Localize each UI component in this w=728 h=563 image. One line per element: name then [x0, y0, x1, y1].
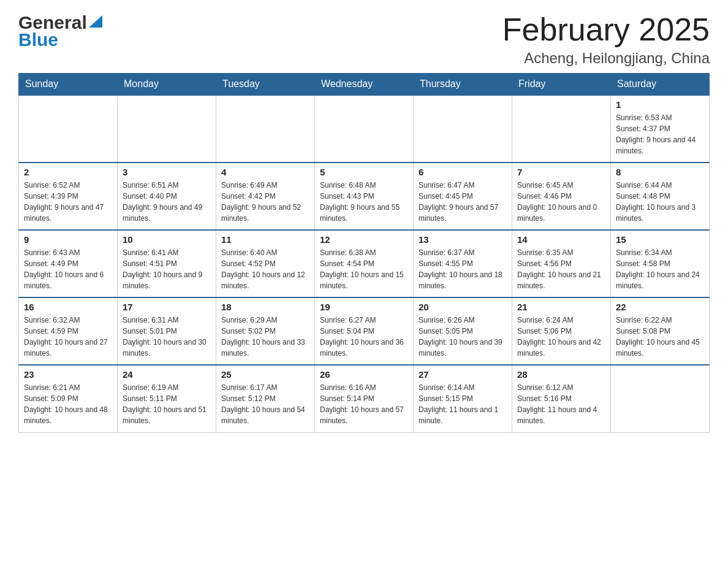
day-number: 4 — [221, 167, 309, 177]
logo: General Blue — [18, 12, 102, 50]
header-saturday: Saturday — [611, 74, 710, 96]
day-info-text: Sunset: 5:15 PM — [419, 393, 507, 404]
day-number: 1 — [616, 99, 704, 110]
day-info-text: Sunset: 4:37 PM — [616, 123, 704, 134]
day-number: 10 — [123, 234, 211, 245]
week-row-4: 16Sunrise: 6:32 AMSunset: 4:59 PMDayligh… — [19, 297, 710, 365]
calendar-cell: 27Sunrise: 6:14 AMSunset: 5:15 PMDayligh… — [414, 365, 512, 432]
day-number: 7 — [517, 167, 605, 177]
calendar-cell: 13Sunrise: 6:37 AMSunset: 4:55 PMDayligh… — [414, 230, 512, 297]
day-info-text: Sunset: 5:02 PM — [221, 326, 309, 337]
day-info-text: Sunrise: 6:27 AM — [320, 315, 408, 326]
day-info-text: Sunrise: 6:14 AM — [419, 382, 507, 393]
logo-blue-text: Blue — [18, 29, 58, 50]
day-info-text: Sunset: 5:08 PM — [616, 326, 704, 337]
page-header: General Blue February 2025 Acheng, Heilo… — [18, 12, 710, 67]
day-info-text: Daylight: 10 hours and 0 minutes. — [517, 202, 605, 224]
day-info-text: Daylight: 10 hours and 45 minutes. — [616, 337, 704, 359]
day-info-text: Sunset: 5:01 PM — [123, 326, 211, 337]
calendar-cell: 6Sunrise: 6:47 AMSunset: 4:45 PMDaylight… — [414, 163, 512, 230]
day-number: 20 — [419, 302, 507, 312]
header-friday: Friday — [512, 74, 611, 96]
calendar-cell — [19, 95, 118, 163]
day-info-text: Sunrise: 6:35 AM — [517, 247, 605, 258]
day-number: 28 — [517, 369, 605, 380]
day-info-text: Sunset: 4:58 PM — [616, 258, 704, 269]
day-info-text: Sunrise: 6:24 AM — [517, 315, 605, 326]
day-info-text: Sunset: 4:52 PM — [221, 258, 309, 269]
day-info-text: Sunrise: 6:34 AM — [616, 247, 704, 258]
day-info-text: Daylight: 10 hours and 54 minutes. — [221, 404, 309, 426]
day-info-text: Daylight: 10 hours and 6 minutes. — [24, 269, 112, 291]
calendar-cell: 28Sunrise: 6:12 AMSunset: 5:16 PMDayligh… — [512, 365, 611, 432]
day-info-text: Sunset: 5:14 PM — [320, 393, 408, 404]
day-info-text: Sunset: 4:48 PM — [616, 191, 704, 202]
day-info-text: Daylight: 10 hours and 3 minutes. — [616, 202, 704, 224]
day-info-text: Daylight: 10 hours and 39 minutes. — [419, 337, 507, 359]
calendar-cell: 21Sunrise: 6:24 AMSunset: 5:06 PMDayligh… — [512, 297, 611, 365]
day-number: 16 — [24, 302, 112, 312]
header-tuesday: Tuesday — [216, 74, 315, 96]
day-info-text: Daylight: 10 hours and 30 minutes. — [123, 337, 211, 359]
day-info-text: Sunrise: 6:37 AM — [419, 247, 507, 258]
calendar-cell: 2Sunrise: 6:52 AMSunset: 4:39 PMDaylight… — [19, 163, 118, 230]
calendar-cell: 9Sunrise: 6:43 AMSunset: 4:49 PMDaylight… — [19, 230, 118, 297]
day-number: 23 — [24, 369, 112, 380]
day-info-text: Sunset: 4:59 PM — [24, 326, 112, 337]
day-info-text: Daylight: 9 hours and 47 minutes. — [24, 202, 112, 224]
day-info-text: Daylight: 9 hours and 49 minutes. — [123, 202, 211, 224]
week-row-3: 9Sunrise: 6:43 AMSunset: 4:49 PMDaylight… — [19, 230, 710, 297]
calendar-cell: 7Sunrise: 6:45 AMSunset: 4:46 PMDaylight… — [512, 163, 611, 230]
calendar-cell: 17Sunrise: 6:31 AMSunset: 5:01 PMDayligh… — [118, 297, 216, 365]
day-number: 11 — [221, 234, 309, 245]
day-info-text: Sunrise: 6:52 AM — [24, 180, 112, 191]
calendar-cell: 19Sunrise: 6:27 AMSunset: 5:04 PMDayligh… — [315, 297, 414, 365]
day-number: 14 — [517, 234, 605, 245]
day-info-text: Sunset: 5:06 PM — [517, 326, 605, 337]
calendar-cell: 15Sunrise: 6:34 AMSunset: 4:58 PMDayligh… — [611, 230, 710, 297]
calendar-cell — [315, 95, 414, 163]
day-info-text: Sunset: 4:43 PM — [320, 191, 408, 202]
calendar-cell: 5Sunrise: 6:48 AMSunset: 4:43 PMDaylight… — [315, 163, 414, 230]
day-info-text: Sunrise: 6:31 AM — [123, 315, 211, 326]
calendar-cell: 14Sunrise: 6:35 AMSunset: 4:56 PMDayligh… — [512, 230, 611, 297]
day-info-text: Daylight: 9 hours and 55 minutes. — [320, 202, 408, 224]
day-info-text: Sunset: 5:09 PM — [24, 393, 112, 404]
day-info-text: Sunrise: 6:22 AM — [616, 315, 704, 326]
day-info-text: Sunrise: 6:17 AM — [221, 382, 309, 393]
day-number: 22 — [616, 302, 704, 312]
header-wednesday: Wednesday — [315, 74, 414, 96]
day-info-text: Sunset: 5:11 PM — [123, 393, 211, 404]
calendar-cell: 1Sunrise: 6:53 AMSunset: 4:37 PMDaylight… — [611, 95, 710, 163]
day-info-text: Sunrise: 6:38 AM — [320, 247, 408, 258]
calendar-cell: 18Sunrise: 6:29 AMSunset: 5:02 PMDayligh… — [216, 297, 315, 365]
day-info-text: Daylight: 10 hours and 15 minutes. — [320, 269, 408, 291]
day-number: 26 — [320, 369, 408, 380]
month-title: February 2025 — [502, 12, 710, 47]
day-info-text: Sunrise: 6:48 AM — [320, 180, 408, 191]
day-info-text: Sunrise: 6:21 AM — [24, 382, 112, 393]
day-info-text: Sunrise: 6:29 AM — [221, 315, 309, 326]
header-sunday: Sunday — [19, 74, 118, 96]
day-info-text: Daylight: 10 hours and 9 minutes. — [123, 269, 211, 291]
calendar-cell: 23Sunrise: 6:21 AMSunset: 5:09 PMDayligh… — [19, 365, 118, 432]
day-info-text: Daylight: 10 hours and 21 minutes. — [517, 269, 605, 291]
day-info-text: Sunrise: 6:43 AM — [24, 247, 112, 258]
title-section: February 2025 Acheng, Heilongjiang, Chin… — [502, 12, 710, 67]
calendar-cell: 4Sunrise: 6:49 AMSunset: 4:42 PMDaylight… — [216, 163, 315, 230]
day-info-text: Sunrise: 6:45 AM — [517, 180, 605, 191]
day-info-text: Sunset: 4:56 PM — [517, 258, 605, 269]
calendar-cell: 10Sunrise: 6:41 AMSunset: 4:51 PMDayligh… — [118, 230, 216, 297]
day-info-text: Daylight: 10 hours and 51 minutes. — [123, 404, 211, 426]
calendar-cell: 8Sunrise: 6:44 AMSunset: 4:48 PMDaylight… — [611, 163, 710, 230]
svg-marker-0 — [89, 15, 102, 28]
day-info-text: Sunrise: 6:32 AM — [24, 315, 112, 326]
day-number: 24 — [123, 369, 211, 380]
week-row-1: 1Sunrise: 6:53 AMSunset: 4:37 PMDaylight… — [19, 95, 710, 163]
day-info-text: Sunrise: 6:47 AM — [419, 180, 507, 191]
day-info-text: Sunset: 4:40 PM — [123, 191, 211, 202]
day-number: 5 — [320, 167, 408, 177]
day-number: 18 — [221, 302, 309, 312]
day-info-text: Sunset: 4:45 PM — [419, 191, 507, 202]
calendar-cell: 20Sunrise: 6:26 AMSunset: 5:05 PMDayligh… — [414, 297, 512, 365]
